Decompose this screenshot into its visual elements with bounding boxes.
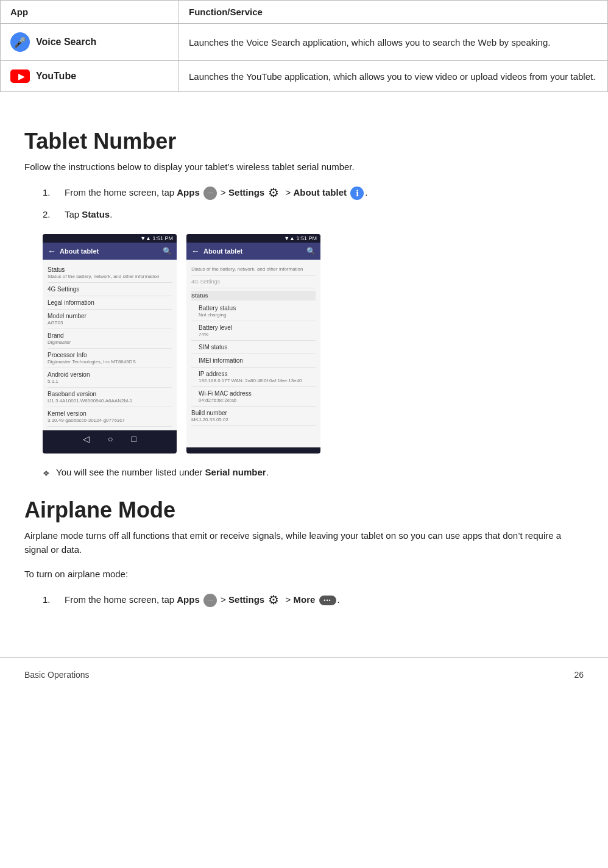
home-nav-left: ○ (108, 434, 113, 444)
recent-nav-left: □ (132, 434, 136, 444)
airplane-step-1-text: From the home screen, tap Apps > Setting… (65, 592, 584, 607)
ss-row-brand: Brand Digimaster (48, 329, 172, 349)
nav-bar-left: ◁ ○ □ (43, 430, 177, 447)
ss-sim-status: SIM status (191, 341, 316, 354)
back-arrow-right: ← (191, 246, 200, 256)
ss-battery-level: Battery level 74% (191, 321, 316, 341)
table-row-youtube: YouTube Launches the YouTube application… (1, 61, 608, 92)
col-function-header: Function/Service (179, 1, 608, 24)
voice-search-label: Voice Search (36, 37, 96, 48)
ss-imei: IMEI information (191, 354, 316, 368)
airplane-more-bold: More (294, 594, 316, 605)
screenshot-left: ▼▲ 1:51 PM ← About tablet 🔍 Status Statu… (43, 234, 177, 454)
step-1-text: From the home screen, tap Apps > Setting… (65, 185, 584, 200)
serial-bold-label: Serial number (205, 467, 266, 477)
youtube-label: YouTube (36, 71, 76, 82)
voice-search-description: Launches the Voice Search application, w… (179, 24, 608, 61)
ss-status-header: Status (191, 291, 316, 301)
serial-number-bullet: ❖ You will see the number listed under S… (24, 466, 584, 480)
ss-section-status-right: Status of the battery, network, and othe… (191, 263, 316, 276)
screenshot-header-left: ← About tablet 🔍 (43, 243, 177, 260)
airplane-mode-intro: Airplane mode turns off all functions th… (24, 529, 584, 557)
info-icon (350, 187, 364, 200)
ss-ip-address: IP address 192.168.0.177 WAN: 2a80:4ff:0… (191, 368, 316, 387)
ss-row-legal: Legal information (48, 296, 172, 310)
footer-left: Basic Operations (24, 670, 90, 680)
youtube-icon (10, 69, 30, 83)
screenshot-right: ▼▲ 1:51 PM ← About tablet 🔍 Status of th… (186, 234, 320, 454)
tablet-number-title: Tablet Number (24, 129, 584, 154)
settings-bold-label: Settings (228, 187, 264, 197)
more-icon (319, 596, 336, 605)
airplane-settings-icon (268, 594, 281, 607)
ss-row-model: Model number AGT03 (48, 310, 172, 329)
search-icon-left: 🔍 (163, 247, 172, 255)
screenshot-body-right: Status of the battery, network, and othe… (186, 260, 320, 447)
page-footer: Basic Operations 26 (0, 657, 608, 686)
airplane-step-1: 1. From the home screen, tap Apps > Sett… (24, 592, 584, 607)
ss-row-status: Status Status of the battery, network, a… (48, 263, 172, 283)
airplane-mode-title: Airplane Mode (24, 497, 584, 523)
status-bar-text-right: ▼▲ 1:51 PM (284, 235, 317, 241)
tablet-number-intro: Follow the instructions below to display… (24, 160, 584, 174)
col-app-header: App (1, 1, 179, 24)
turn-on-label: To turn on airplane mode: (24, 567, 584, 582)
step-2-tablet: 2. Tap Status. (24, 207, 584, 222)
step-number-1: 1. (43, 185, 57, 200)
voice-search-icon (10, 32, 30, 52)
back-arrow-left: ← (48, 246, 56, 256)
ss-wifi-mac: Wi-Fi MAC address 04:d2:fb:be:2e:ab (191, 387, 316, 407)
airplane-apps-bold: Apps (177, 594, 200, 605)
back-nav-left: ◁ (83, 434, 90, 444)
youtube-description: Launches the YouTube application, which … (179, 61, 608, 92)
serial-number-text: You will see the number listed under Ser… (56, 466, 269, 480)
app-function-table: App Function/Service Voice Search Launch… (0, 0, 608, 92)
status-bold-label: Status (82, 209, 110, 219)
footer-page-number: 26 (574, 670, 584, 680)
settings-icon (268, 187, 281, 200)
apps-bold-label: Apps (177, 187, 200, 197)
screenshots-container: ▼▲ 1:51 PM ← About tablet 🔍 Status Statu… (43, 234, 584, 454)
app-name-cell-youtube: YouTube (10, 69, 169, 83)
ss-row-baseband: Baseband version IJ1.3.4A10001.W6500940.… (48, 388, 172, 407)
status-bar-right: ▼▲ 1:51 PM (186, 234, 320, 243)
step-number-2: 2. (43, 207, 57, 222)
ss-4g-right: 4G Settings (191, 276, 316, 288)
status-bar-text-left: ▼▲ 1:51 PM (140, 235, 173, 241)
ss-battery-status: Battery status Not charging (191, 302, 316, 321)
header-title-left: About tablet (60, 247, 99, 255)
airplane-apps-icon (203, 594, 217, 607)
search-icon-right: 🔍 (306, 247, 316, 255)
ss-build-right: Build number MKJ-20.33.05.02 (191, 407, 316, 426)
header-title-right: About tablet (203, 247, 242, 255)
screenshot-header-right: ← About tablet 🔍 (186, 243, 320, 260)
main-content: Tablet Number Follow the instructions be… (0, 92, 608, 633)
status-bar-left: ▼▲ 1:51 PM (43, 234, 177, 243)
airplane-settings-bold: Settings (228, 594, 264, 605)
apps-icon (203, 187, 217, 200)
ss-row-android: Android version 5.1.1 (48, 368, 172, 388)
step-1-tablet: 1. From the home screen, tap Apps > Sett… (24, 185, 584, 200)
step-2-text: Tap Status. (65, 207, 584, 222)
screenshot-body-left: Status Status of the battery, network, a… (43, 260, 177, 447)
diamond-bullet-icon: ❖ (43, 468, 50, 480)
ss-row-processor: Processor Info Digimaster Technologies, … (48, 349, 172, 368)
ss-row-kernel: Kernel version 3.10.49-ga06bcc0-30124-g0… (48, 407, 172, 427)
app-name-cell: Voice Search (10, 32, 169, 52)
ss-row-4g: 4G Settings (48, 283, 172, 296)
table-row-voice-search: Voice Search Launches the Voice Search a… (1, 24, 608, 61)
about-tablet-bold-label: About tablet (294, 187, 347, 197)
airplane-step-number-1: 1. (43, 592, 57, 607)
